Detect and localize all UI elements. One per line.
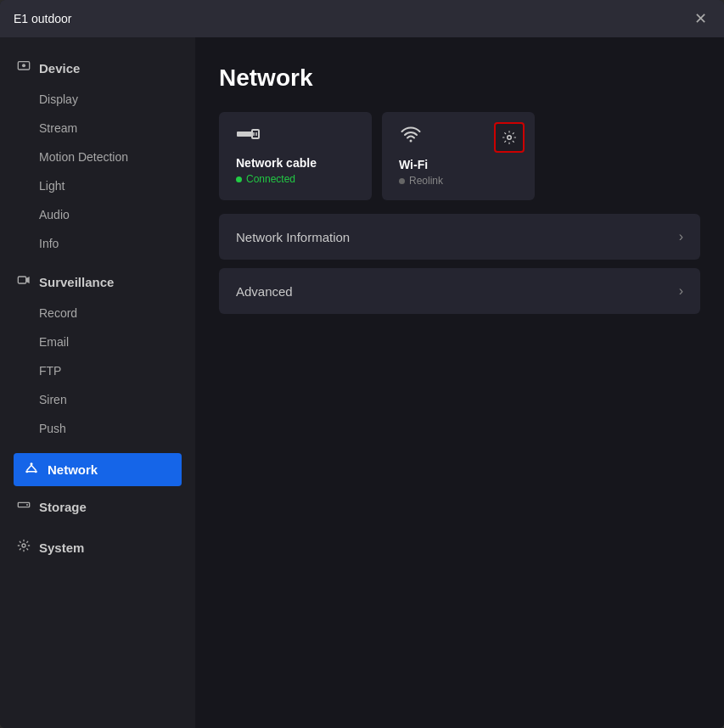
sidebar-item-display[interactable]: Display bbox=[0, 85, 195, 114]
network-cable-card[interactable]: Network cable Connected bbox=[219, 112, 372, 200]
sidebar-section-system: System bbox=[0, 530, 195, 564]
device-icon bbox=[17, 59, 31, 76]
surveillance-section-label: Surveillance bbox=[39, 275, 114, 289]
sidebar-network-wrapper: Network bbox=[0, 450, 195, 490]
app-window: E1 outdoor ✕ Device Display Stream Motio… bbox=[0, 0, 724, 728]
sidebar-section-device-header: Device bbox=[0, 51, 195, 85]
wifi-status-dot bbox=[399, 178, 405, 184]
storage-icon bbox=[17, 498, 31, 515]
network-cable-title: Network cable bbox=[236, 156, 355, 170]
network-cards: Network cable Connected bbox=[219, 112, 700, 200]
sidebar-item-stream[interactable]: Stream bbox=[0, 114, 195, 143]
wifi-card[interactable]: Wi-Fi Reolink bbox=[382, 112, 535, 200]
wifi-title: Wi-Fi bbox=[399, 158, 518, 171]
device-section-label: Device bbox=[39, 61, 80, 76]
system-label: System bbox=[39, 540, 84, 555]
sidebar-item-email[interactable]: Email bbox=[0, 328, 195, 356]
network-information-arrow: › bbox=[679, 229, 683, 244]
svg-point-1 bbox=[22, 64, 25, 67]
svg-point-12 bbox=[22, 544, 25, 547]
svg-point-17 bbox=[508, 136, 512, 140]
advanced-row[interactable]: Advanced › bbox=[219, 268, 700, 314]
close-button[interactable]: ✕ bbox=[691, 8, 710, 30]
surveillance-icon bbox=[17, 273, 31, 290]
svg-point-11 bbox=[26, 504, 28, 506]
sidebar-section-surveillance-header: Surveillance bbox=[0, 265, 195, 299]
svg-line-8 bbox=[31, 465, 36, 470]
network-icon bbox=[24, 461, 39, 479]
main-panel: Network Network cable bbox=[195, 37, 724, 728]
network-information-row[interactable]: Network Information › bbox=[219, 214, 700, 260]
network-label: Network bbox=[48, 462, 98, 477]
page-title: Network bbox=[219, 64, 700, 92]
network-information-label: Network Information bbox=[236, 230, 350, 244]
sidebar-item-record[interactable]: Record bbox=[0, 299, 195, 328]
sidebar-section-storage: Storage bbox=[0, 490, 195, 524]
advanced-arrow: › bbox=[679, 283, 683, 299]
storage-label: Storage bbox=[39, 500, 87, 514]
sidebar-item-motion-detection[interactable]: Motion Detection bbox=[0, 143, 195, 171]
advanced-label: Advanced bbox=[236, 284, 293, 299]
system-icon bbox=[17, 539, 31, 556]
network-cable-icon bbox=[236, 126, 355, 148]
window-title: E1 outdoor bbox=[14, 12, 72, 25]
sidebar-item-light[interactable]: Light bbox=[0, 171, 195, 200]
sidebar-item-push[interactable]: Push bbox=[0, 414, 195, 443]
sidebar-item-siren[interactable]: Siren bbox=[0, 385, 195, 414]
svg-rect-2 bbox=[18, 277, 25, 283]
sidebar-item-system[interactable]: System bbox=[0, 530, 195, 564]
sidebar-item-ftp[interactable]: FTP bbox=[0, 356, 195, 385]
sidebar-item-network[interactable]: Network bbox=[14, 453, 182, 486]
main-content: Device Display Stream Motion Detection L… bbox=[0, 37, 724, 728]
svg-point-4 bbox=[31, 462, 33, 465]
network-cable-status: Connected bbox=[236, 173, 355, 185]
sidebar-section-device: Device Display Stream Motion Detection L… bbox=[0, 51, 195, 258]
sidebar: Device Display Stream Motion Detection L… bbox=[0, 37, 195, 728]
wifi-status: Reolink bbox=[399, 175, 518, 187]
sidebar-item-info[interactable]: Info bbox=[0, 229, 195, 258]
svg-line-7 bbox=[27, 465, 31, 470]
network-cable-status-dot bbox=[236, 176, 242, 182]
wifi-status-text: Reolink bbox=[409, 175, 443, 187]
title-bar: E1 outdoor ✕ bbox=[0, 0, 724, 37]
wifi-settings-button[interactable] bbox=[494, 122, 525, 153]
svg-rect-14 bbox=[252, 130, 259, 138]
sidebar-item-audio[interactable]: Audio bbox=[0, 200, 195, 229]
svg-rect-13 bbox=[237, 132, 252, 137]
sidebar-section-surveillance: Surveillance Record Email FTP Siren Push bbox=[0, 265, 195, 443]
sidebar-item-storage[interactable]: Storage bbox=[0, 490, 195, 524]
network-cable-status-text: Connected bbox=[246, 173, 295, 185]
